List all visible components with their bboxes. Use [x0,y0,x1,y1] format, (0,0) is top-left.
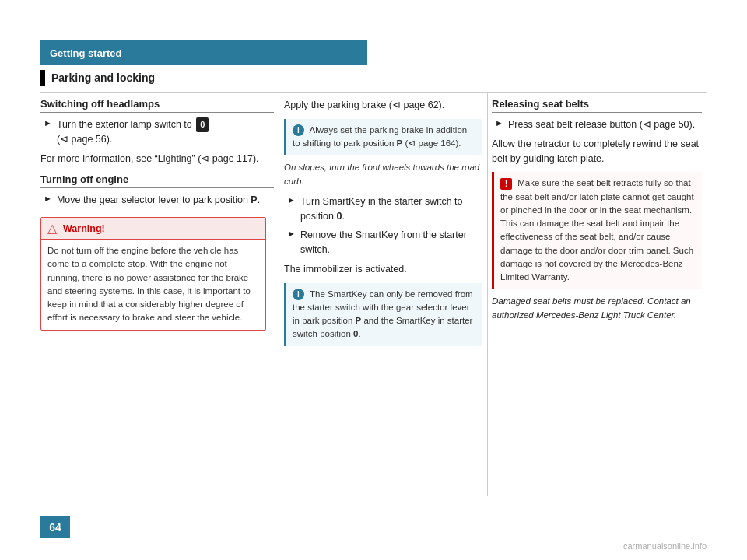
slopes-italic: On slopes, turn the front wheels towards… [284,161,482,188]
lighting-para: For more information, see “Lighting” (⊲ … [40,152,274,166]
turning-off-bullet1: ► Move the gear selector lever to park p… [40,193,274,208]
warning-inline-icon: ! [500,178,512,190]
switching-off-bullet1-text: Turn the exterior lamp switch to 0 (⊲ pa… [57,117,211,147]
section-title-row: Parking and locking [40,70,155,86]
smartkey-bullet2: ► Remove the SmartKey from the starter s… [284,228,482,257]
header-bar: Getting started [40,40,367,65]
parking-brake-para: Apply the parking brake (⊲ page 62). [284,98,482,113]
bullet-arrow-3: ► [287,195,296,205]
bullet-arrow-4: ► [287,229,296,238]
smartkey-bullet1: ► Turn SmartKey in the starter switch to… [284,194,482,224]
turning-off-bullet1-text: Move the gear selector lever to park pos… [57,193,260,208]
right-column: Releasing seat belts ► Press seat belt r… [492,98,702,328]
turning-off-heading: Turning off engine [40,173,274,188]
info-icon-1: i [293,124,304,136]
bullet-arrow-1: ► [44,118,52,128]
warning-title: Warning! [63,223,105,234]
lamp-switch-box: 0 [196,117,209,132]
mid-right-divider [487,92,488,496]
watermark: carmanualsonline.info [623,541,707,551]
seatbelt-warning-box: ! Make sure the seat belt retracts fully… [492,172,702,289]
top-divider [40,92,707,93]
left-column: Switching off headlamps ► Turn the exter… [40,98,274,331]
section-black-bar [40,70,45,86]
info-box-2: i The SmartKey can only be removed from … [284,283,482,346]
page-container: Getting started Parking and locking Swit… [0,0,747,560]
warning-header: △ Warning! [41,218,265,240]
page-number: 64 [49,521,61,534]
warning-body: Do not turn off the engine before the ve… [41,240,265,330]
info-icon-2: i [293,289,304,300]
switching-off-bullet1: ► Turn the exterior lamp switch to 0 (⊲ … [40,117,274,147]
left-mid-divider [279,92,279,496]
warning-triangle-icon: △ [47,221,57,236]
smartkey-bullet1-text: Turn SmartKey in the starter switch to p… [300,194,482,224]
info-box-1: i Always set the parking brake in additi… [284,119,482,156]
bullet-arrow-5: ► [495,118,503,128]
switching-off-heading: Switching off headlamps [40,98,274,113]
damaged-belts-para: Damaged seat belts must be replaced. Con… [492,295,702,322]
seatbelt-bullet1: ► Press seat belt release button (⊲ page… [492,117,702,132]
page-number-box: 64 [40,516,70,538]
seatbelt-bullet1-text: Press seat belt release button (⊲ page 5… [508,117,695,132]
immobilizer-para: The immobilizer is activated. [284,262,482,277]
mid-column: Apply the parking brake (⊲ page 62). i A… [284,98,482,352]
releasing-belts-heading: Releasing seat belts [492,98,702,113]
warning-box: △ Warning! Do not turn off the engine be… [40,217,266,331]
section-title: Parking and locking [51,72,155,84]
seatbelt-warning-text: Make sure the seat belt retracts fully s… [500,178,694,282]
smartkey-bullet2-text: Remove the SmartKey from the starter swi… [300,228,482,257]
retractor-para: Allow the retractor to completely rewind… [492,137,702,166]
bullet-arrow-2: ► [44,194,52,203]
header-title: Getting started [50,47,121,59]
